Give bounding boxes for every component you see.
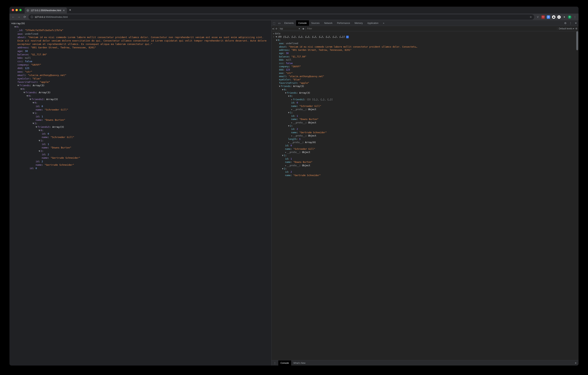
tree-index[interactable]: 0 [34,101,36,104]
tree-index[interactable]: 1 [34,112,36,114]
filter-input[interactable] [305,27,556,31]
prop-key[interactable]: id [285,171,288,173]
prop-key[interactable]: name [36,164,42,166]
context-selector[interactable]: top▾ [278,27,301,30]
prop-key[interactable]: friends [281,85,291,88]
prop-key[interactable]: address [17,46,28,49]
console-entry[interactable]: data [275,32,280,35]
prop-key[interactable]: id [42,143,45,146]
drawer-tab-whatsnew[interactable]: What's New [291,360,308,365]
extension-shield-icon[interactable]: 🛡 [541,15,545,19]
prop-key[interactable]: bbb [17,56,22,59]
prop-key[interactable]: balance [17,53,28,56]
info-icon[interactable]: i [346,36,349,38]
page-viewport[interactable]: ▼Array(9) ▼0: _id: "5f0a9cfe35dfcba5afc1… [10,20,271,365]
tab-close-button[interactable]: ✕ [63,9,65,12]
drawer-menu-icon[interactable]: ⋮ [272,360,278,365]
browser-menu-button[interactable]: ⋮ [573,15,577,19]
prop-key[interactable]: about [279,45,286,48]
browser-tab[interactable]: 127.0.0.1:5500/test/index.html ✕ [25,7,67,13]
prop-key[interactable]: __proto__ [287,151,299,154]
prop-key[interactable]: eyeColor [279,78,290,81]
live-expression-icon[interactable]: ◉ [302,27,304,30]
tree-index[interactable]: 0 [22,88,24,90]
prop-key[interactable]: name [291,118,297,121]
console-output[interactable]: ▸data ‹ ▼(9) [{…}, {…}, {…}, {…}, {…}, {… [272,31,578,360]
prop-key[interactable]: id [291,101,294,104]
prop-key[interactable]: id [42,153,45,156]
extension-robot-icon[interactable]: ◉ [552,15,556,19]
prop-key[interactable]: age [279,52,283,55]
inspect-icon[interactable]: ⬚ [272,22,277,25]
tab-application[interactable]: Application [365,20,381,26]
prop-key[interactable]: friends [25,91,36,94]
prop-key[interactable]: friends [287,92,297,94]
prop-key[interactable]: eee [17,70,22,73]
prop-key[interactable]: id [285,144,288,147]
prop-key[interactable]: id [285,157,288,160]
bookmark-button[interactable]: ☆ [530,16,532,18]
prop-key[interactable]: name [42,136,48,139]
prop-key[interactable]: email [279,75,286,78]
device-toggle-icon[interactable]: ▭ [277,22,282,25]
console-sidebar-toggle-icon[interactable]: ▸| [273,27,274,30]
prop-key[interactable]: id [36,160,39,163]
prop-key[interactable]: eee [279,72,283,75]
prop-key[interactable]: ddd [17,67,22,70]
tree-index[interactable]: 1 [290,111,291,114]
prop-key[interactable]: friends2 [32,98,43,101]
clear-console-icon[interactable]: ⊘ [275,27,277,30]
prop-key[interactable]: ccc [279,62,283,65]
tabs-overflow[interactable]: » [381,20,387,26]
prop-key[interactable]: name [285,174,291,177]
extension-translate-icon[interactable]: 文 [547,15,550,19]
minimize-window-button[interactable] [16,9,18,11]
prop-key[interactable]: about [17,36,25,39]
prop-key[interactable]: name [36,108,42,111]
prop-key[interactable]: name [285,148,291,150]
prop-key[interactable]: email [17,74,25,77]
extensions-icon[interactable]: ✦ [563,15,566,19]
devtools-close-icon[interactable]: ✕ [573,22,578,25]
close-window-button[interactable] [12,9,14,11]
tab-sources[interactable]: Sources [309,20,322,26]
tree-index[interactable]: 2 [290,125,291,127]
prop-key[interactable]: address [279,49,289,51]
tree-root[interactable]: Array(9) [13,22,25,25]
tab-performance[interactable]: Performance [335,20,352,26]
prop-key[interactable]: __proto__ [293,121,305,124]
prop-key[interactable]: friends [19,84,30,87]
prop-key[interactable]: friends3 [38,125,49,128]
prop-key[interactable]: _id [17,29,22,32]
prop-key[interactable]: id [30,167,32,170]
prop-key[interactable]: name [285,161,291,164]
prop-key[interactable]: name [291,105,297,108]
tree-index[interactable]: 2 [34,122,36,125]
address-bar[interactable]: ⓘ 127.0.0.1:5500/test/index.html ☆ [28,14,534,20]
tree-index[interactable]: 0 [290,95,291,98]
prop-key[interactable]: id [36,115,39,118]
prop-key[interactable]: length [288,138,296,141]
tree-index[interactable]: 0 [28,94,30,97]
prop-key[interactable]: __proto__ [287,164,299,167]
prop-key[interactable]: ddd [279,68,283,71]
tree-index[interactable]: 0 [284,88,285,91]
tab-elements[interactable]: Elements [282,20,296,26]
new-tab-button[interactable]: + [69,8,71,12]
prop-key[interactable]: favoriteFruit [17,81,37,83]
tree-index[interactable]: 1 [284,154,285,157]
tree-index[interactable]: 0 [41,129,42,132]
profile-avatar[interactable]: Y [568,15,571,19]
site-info-icon[interactable]: ⓘ [31,15,33,19]
prop-key[interactable]: aaa [279,42,283,45]
prop-key[interactable]: company [17,63,28,66]
tree-index[interactable]: 2 [284,167,285,170]
prop-key[interactable]: id [291,128,294,131]
prop-key[interactable]: friends2 [293,98,304,101]
prop-key[interactable]: name [42,156,48,159]
tree-index[interactable]: 2 [41,150,42,153]
prop-key[interactable]: company [279,65,289,68]
tab-network[interactable]: Network [322,20,335,26]
prop-key[interactable]: name [36,119,42,121]
tab-memory[interactable]: Memory [352,20,365,26]
